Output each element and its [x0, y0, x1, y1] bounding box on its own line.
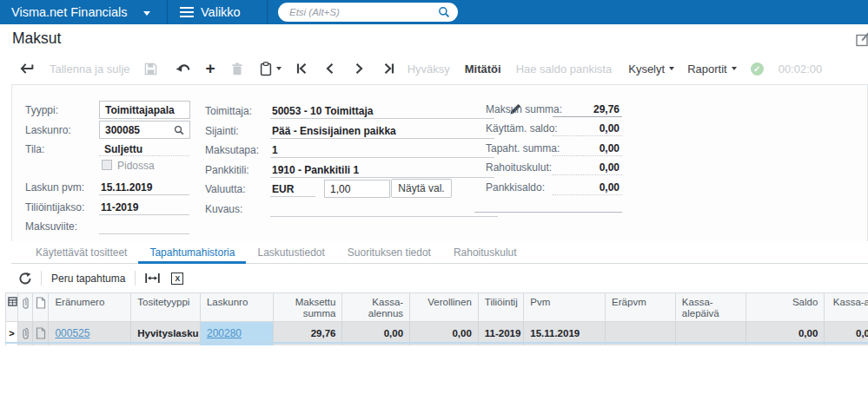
laskun-pvm-label: Laskun pvm: — [25, 181, 84, 194]
tapaht-summa-value: 0,00 — [499, 142, 620, 154]
field-underline — [99, 194, 189, 195]
maksun-summa-value: 29,76 — [499, 103, 620, 115]
status-check-icon: ✓ — [751, 62, 764, 76]
undo-transaction-button[interactable]: Peru tapahtuma — [51, 273, 125, 285]
valuutta-label: Valuutta: — [205, 183, 245, 195]
tab-kaytettavat-tositteet[interactable]: Käytettävät tositteet — [24, 241, 138, 264]
delete-icon[interactable] — [231, 62, 243, 76]
payment-form-panel: Tyyppi: Toimittajapala Laskunro: 300085 … — [11, 84, 868, 241]
col-verollinen[interactable]: Verollinen — [410, 293, 479, 322]
tab-laskutustiedot[interactable]: Laskutustiedot — [246, 241, 335, 264]
field-underline — [99, 155, 189, 156]
field-underline — [270, 138, 494, 139]
eranumero-link[interactable]: 000525 — [55, 327, 89, 339]
grid-toolbar: Peru tapahtuma X — [11, 264, 183, 292]
caret-down-icon — [276, 67, 282, 70]
menu-button[interactable]: Valikko — [201, 0, 241, 24]
sijainti-field[interactable]: Pää - Ensisijainen paikka — [272, 125, 396, 137]
app-brand[interactable]: Visma.net Financials — [11, 0, 128, 24]
approve-button[interactable]: Hyväksy — [407, 62, 450, 76]
col-tiliointij[interactable]: Tiliöintij — [478, 293, 523, 322]
inquiries-menu[interactable]: Kyselyt — [628, 62, 674, 76]
kuvaus-label: Kuvaus: — [205, 203, 242, 215]
void-button[interactable]: Mitätöi — [465, 62, 501, 76]
export-to-excel-icon[interactable]: X — [171, 273, 183, 285]
laskun-pvm-field[interactable]: 15.11.2019 — [101, 181, 152, 194]
active-row-underline — [5, 342, 868, 344]
field-underline — [553, 155, 622, 156]
fetch-bank-balance-button[interactable]: Hae saldo pankista — [516, 62, 613, 76]
currency-rate-select[interactable]: 1,00 — [324, 180, 390, 198]
notes-icon[interactable] — [856, 32, 868, 47]
session-timer: 00:02:00 — [779, 62, 823, 76]
col-laskunro[interactable]: Laskunro — [200, 293, 273, 322]
field-underline — [553, 174, 622, 175]
pankkisaldo-value: 0,00 — [499, 181, 620, 194]
pankkitili-field[interactable]: 1910 - Pankkitili 1 — [272, 164, 359, 176]
detail-tabs: Käytettävät tositteet Tapahtumahistoria … — [11, 241, 868, 264]
col-saldo[interactable]: Saldo — [745, 293, 825, 322]
document-icon — [33, 293, 49, 322]
reports-menu[interactable]: Raportit — [687, 62, 737, 76]
col-kassa-a[interactable]: Kassa-a — [825, 293, 868, 322]
toolbar-divider — [135, 271, 136, 286]
tab-tapahtumahistoria[interactable]: Tapahtumahistoria — [138, 241, 246, 264]
tab-suorituksen-tiedot[interactable]: Suorituksen tiedot — [336, 241, 442, 264]
tab-rahoituskulut[interactable]: Rahoituskulut — [442, 241, 528, 264]
add-record-button[interactable]: + — [206, 62, 215, 75]
currency-value[interactable]: EUR — [272, 183, 294, 195]
col-kassa-alepaiva[interactable]: Kassa-alepäivä — [675, 293, 745, 322]
page-title: Maksut — [12, 24, 61, 53]
col-maksettu-summa[interactable]: Maksettu summa — [273, 293, 342, 322]
tiliointijakso-field[interactable]: 11-2019 — [101, 201, 138, 213]
summary-separator — [474, 212, 622, 213]
pidossa-label: Pidossa — [117, 160, 155, 172]
title-row: Maksut — [0, 24, 868, 53]
laskunro-label: Laskunro: — [25, 124, 71, 136]
pidossa-checkbox[interactable] — [102, 160, 112, 170]
next-record-button[interactable] — [355, 63, 363, 74]
col-erapvm[interactable]: Eräpvm — [606, 293, 676, 322]
transaction-history-grid: Eränumero Tositetyyppi Laskunro Maksettu… — [5, 292, 868, 345]
col-eranumero[interactable]: Eränumero — [49, 293, 131, 322]
save-and-close-button[interactable]: Tallenna ja sulje — [50, 62, 130, 76]
last-record-button[interactable] — [383, 63, 394, 74]
laskunro-link[interactable]: 200280 — [207, 327, 242, 339]
fit-width-icon[interactable] — [145, 273, 160, 284]
refresh-icon[interactable] — [19, 273, 31, 285]
laskunro-input[interactable]: 300085 — [99, 121, 190, 139]
toolbar-divider — [41, 271, 42, 286]
toimittaja-label: Toimittaja: — [205, 105, 252, 117]
rahoituskulut-value: 0,00 — [499, 161, 620, 174]
maksutapa-field[interactable]: 1 — [272, 144, 278, 156]
field-underline — [553, 116, 622, 117]
maksutapa-label: Maksutapa: — [205, 144, 259, 156]
first-record-button[interactable] — [296, 63, 308, 74]
maksuviite-label: Maksuviite: — [25, 220, 77, 233]
search-icon[interactable] — [438, 6, 450, 18]
toimittaja-field[interactable]: 50053 - 10 Toimittaja — [272, 105, 374, 117]
topbar-divider — [267, 0, 268, 24]
undo-icon[interactable] — [176, 63, 191, 75]
show-currency-button[interactable]: Näytä val. — [391, 179, 452, 198]
col-kassa-alennus[interactable]: Kassa-alennus — [342, 293, 410, 322]
field-underline — [553, 194, 622, 195]
menu-hamburger-icon[interactable] — [180, 7, 194, 17]
tyyppi-select[interactable]: Toimittajapala — [99, 101, 190, 119]
kayttam-saldo-value: 0,00 — [499, 122, 620, 135]
field-underline — [270, 216, 498, 217]
sijainti-label: Sijainti: — [205, 125, 239, 137]
col-tositetyyppi[interactable]: Tositetyyppi — [131, 293, 201, 322]
global-search-input[interactable]: Etsi (Alt+S) — [278, 3, 458, 22]
lookup-icon[interactable] — [174, 125, 184, 135]
search-placeholder: Etsi (Alt+S) — [278, 7, 438, 17]
tila-label: Tila: — [25, 143, 44, 155]
top-navigation-bar: Visma.net Financials Valikko Etsi (Alt+S… — [0, 0, 868, 24]
previous-record-button[interactable] — [326, 63, 334, 74]
caret-down-icon — [732, 67, 737, 70]
copy-paste-menu[interactable] — [260, 62, 282, 76]
back-button[interactable] — [20, 62, 35, 75]
col-pvm[interactable]: Pvm — [524, 293, 606, 322]
save-icon[interactable] — [144, 62, 157, 76]
grid-settings-icon[interactable] — [6, 293, 18, 322]
